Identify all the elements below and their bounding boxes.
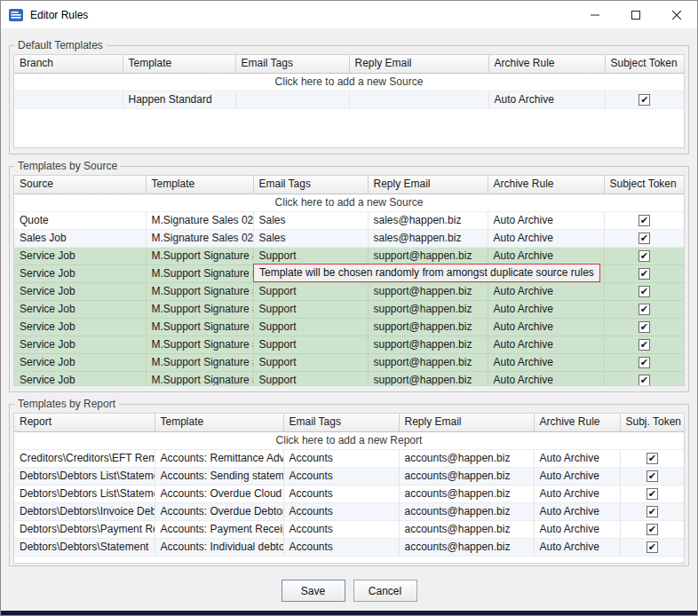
column-header[interactable]: Template bbox=[123, 55, 235, 73]
table-row[interactable]: Service JobM.Support Signature #0Support… bbox=[14, 318, 684, 336]
table-cell: Support bbox=[253, 353, 368, 371]
table-row[interactable]: Service JobM.Support Signature #3Support… bbox=[14, 336, 684, 353]
column-header[interactable]: Email Tags bbox=[283, 414, 399, 431]
table-cell: Sales Job bbox=[14, 229, 146, 247]
subject-token-cell: ✔ bbox=[604, 265, 684, 282]
subject-token-checkbox[interactable]: ✔ bbox=[639, 233, 650, 244]
column-header[interactable]: Reply Email bbox=[368, 176, 488, 193]
table-cell: sales@happen.biz bbox=[368, 229, 488, 247]
save-button[interactable]: Save bbox=[282, 580, 345, 602]
table-row[interactable]: Service JobM.Support Signature #3Support… bbox=[14, 282, 684, 300]
table-cell: M.Support Signature #3 bbox=[146, 265, 253, 282]
table-cell: Service Job bbox=[14, 371, 146, 386]
table-cell: Auto Archive bbox=[488, 300, 604, 318]
column-header[interactable]: Email Tags bbox=[253, 176, 368, 193]
subject-token-checkbox[interactable]: ✔ bbox=[646, 470, 658, 482]
cancel-button[interactable]: Cancel bbox=[353, 580, 417, 602]
table-cell: accounts@happen.biz bbox=[399, 538, 534, 556]
table-cell: Support bbox=[253, 318, 368, 336]
table-cell: accounts@happen.biz bbox=[399, 467, 534, 485]
default-templates-table: BranchTemplateEmail TagsReply EmailArchi… bbox=[14, 55, 684, 109]
table-cell: M.Signature Sales 0219 bbox=[146, 211, 253, 229]
column-header[interactable]: Branch bbox=[14, 55, 123, 73]
subject-token-checkbox[interactable]: ✔ bbox=[639, 321, 650, 333]
column-header[interactable]: Template bbox=[146, 176, 253, 193]
table-row[interactable]: Service JobM.Support Signature #0Support… bbox=[14, 247, 684, 265]
table-row[interactable]: Debtors\Debtors List\StatementAccounts: … bbox=[14, 485, 684, 502]
table-cell: Auto Archive bbox=[534, 538, 620, 556]
table-cell: Debtors\Debtors List\Statement bbox=[14, 467, 155, 485]
column-header[interactable]: Archive Rule bbox=[488, 55, 605, 73]
table-cell: Support bbox=[253, 247, 368, 265]
table-cell: Auto Archive bbox=[488, 318, 604, 336]
table-row[interactable]: Debtors\Debtors List\StatementAccounts: … bbox=[14, 467, 684, 485]
table-cell: Auto Archive bbox=[534, 502, 620, 520]
add-new-source-row[interactable]: Click here to add a new Source bbox=[14, 193, 684, 211]
table-cell: Accounts: Overdue Cloud Subs bbox=[155, 485, 283, 502]
editor-rules-dialog: Editor Rules Default Templates BranchTem… bbox=[0, 0, 698, 616]
table-row[interactable]: Debtors\Debtors\StatementAccounts: Indiv… bbox=[14, 538, 684, 556]
subject-token-cell: ✔ bbox=[604, 211, 684, 229]
table-row[interactable]: Service JobM.Support Signature #3Support… bbox=[14, 353, 684, 371]
subject-token-checkbox[interactable]: ✔ bbox=[646, 541, 658, 553]
column-header[interactable]: Reply Email bbox=[399, 414, 534, 431]
table-cell: Support bbox=[253, 371, 368, 386]
table-row[interactable]: Creditors\Creditors\EFT RemittaAccounts:… bbox=[14, 449, 684, 467]
table-cell: Debtors\Debtors\Invoice Debto bbox=[14, 502, 155, 520]
table-cell: Accounts bbox=[283, 449, 399, 467]
subject-token-checkbox[interactable]: ✔ bbox=[639, 94, 650, 106]
column-header[interactable]: Archive Rule bbox=[488, 176, 604, 193]
subject-token-cell: ✔ bbox=[604, 336, 684, 353]
table-cell: Debtors\Debtors\Statement bbox=[14, 538, 155, 556]
subject-token-checkbox[interactable]: ✔ bbox=[639, 375, 650, 386]
table-cell: Auto Archive bbox=[534, 467, 620, 485]
table-row[interactable]: Service JobM.Support Signature #3Support… bbox=[14, 371, 684, 386]
column-header[interactable]: Report bbox=[14, 414, 155, 431]
subject-token-checkbox[interactable]: ✔ bbox=[646, 453, 658, 464]
column-header[interactable]: Subject Token bbox=[604, 176, 684, 193]
subject-token-checkbox[interactable]: ✔ bbox=[639, 357, 650, 368]
table-row[interactable]: Debtors\Debtors\Payment ReceAccounts: Pa… bbox=[14, 520, 684, 538]
add-new-report-row[interactable]: Click here to add a new Report bbox=[14, 431, 684, 449]
table-row[interactable]: Sales JobM.Signature Sales 0219Salessale… bbox=[14, 229, 684, 247]
table-row[interactable]: Happen StandardAuto Archive✔ bbox=[14, 91, 684, 108]
subject-token-checkbox[interactable]: ✔ bbox=[639, 339, 650, 351]
subject-token-checkbox[interactable]: ✔ bbox=[639, 215, 650, 226]
add-new-source-row[interactable]: Click here to add a new Source bbox=[14, 73, 684, 91]
column-header[interactable]: Template bbox=[155, 414, 283, 431]
table-row[interactable]: Service JobM.Support Signature #3Support… bbox=[14, 300, 684, 318]
minimize-button[interactable] bbox=[575, 1, 615, 28]
maximize-button[interactable] bbox=[615, 1, 656, 28]
column-header[interactable]: Subj. Token bbox=[620, 414, 684, 431]
column-header[interactable]: Source bbox=[14, 176, 146, 193]
table-row[interactable]: Debtors\Debtors\Invoice DebtoAccounts: O… bbox=[14, 502, 684, 520]
table-cell bbox=[235, 91, 349, 108]
column-header[interactable]: Reply Email bbox=[349, 55, 488, 73]
column-header[interactable]: Subject Token bbox=[605, 55, 684, 73]
table-cell: Accounts bbox=[283, 502, 399, 520]
default-templates-group: Default Templates BranchTemplateEmail Ta… bbox=[9, 39, 689, 154]
subject-token-cell: ✔ bbox=[620, 520, 684, 538]
column-header[interactable]: Email Tags bbox=[235, 55, 349, 73]
close-button[interactable] bbox=[656, 1, 697, 28]
table-row[interactable]: QuoteM.Signature Sales 0219Salessales@ha… bbox=[14, 211, 684, 229]
subject-token-checkbox[interactable]: ✔ bbox=[639, 304, 650, 315]
subject-token-checkbox[interactable]: ✔ bbox=[639, 286, 650, 297]
subject-token-checkbox[interactable]: ✔ bbox=[646, 506, 658, 517]
table-cell: M.Support Signature #0 bbox=[146, 318, 253, 336]
table-cell: Service Job bbox=[14, 336, 146, 353]
table-cell: support@happen.biz bbox=[368, 336, 488, 353]
table-cell: accounts@happen.biz bbox=[399, 520, 534, 538]
subject-token-checkbox[interactable]: ✔ bbox=[639, 250, 650, 262]
subject-token-cell: ✔ bbox=[620, 538, 684, 556]
table-cell: M.Support Signature #3 bbox=[146, 353, 253, 371]
table-cell: Auto Archive bbox=[488, 336, 604, 353]
table-cell: Accounts: Individual debtor sta bbox=[155, 538, 283, 556]
subject-token-checkbox[interactable]: ✔ bbox=[639, 268, 650, 280]
subject-token-checkbox[interactable]: ✔ bbox=[646, 488, 658, 500]
templates-by-source-group: Templates by Source SourceTemplateEmail … bbox=[9, 160, 689, 392]
subject-token-checkbox[interactable]: ✔ bbox=[646, 524, 658, 535]
column-header[interactable]: Archive Rule bbox=[534, 414, 620, 431]
templates-by-report-table: ReportTemplateEmail TagsReply EmailArchi… bbox=[14, 414, 684, 557]
subject-token-cell: ✔ bbox=[604, 371, 684, 386]
